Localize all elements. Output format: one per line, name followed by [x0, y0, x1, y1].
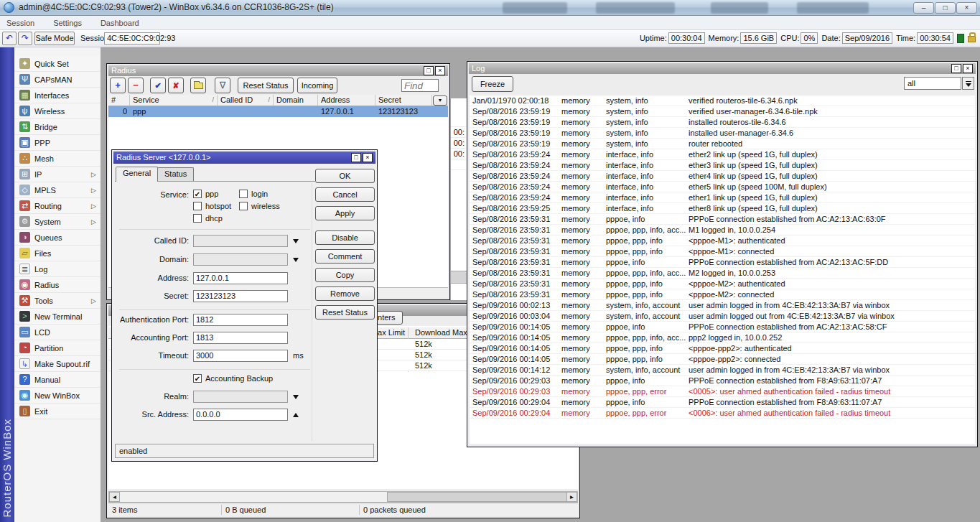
log-row[interactable]: Sep/08/2016 23:59:19memorysystem, infove…: [470, 106, 975, 117]
sidebar-item-interfaces[interactable]: ▦Interfaces: [14, 88, 101, 103]
radius-close-icon[interactable]: ×: [435, 66, 445, 75]
freeze-button[interactable]: Freeze: [472, 76, 513, 92]
queue-horizontal-scrollbar[interactable]: ◄ ►: [108, 491, 578, 503]
log-maximize-icon[interactable]: □: [951, 64, 961, 73]
log-row[interactable]: Sep/08/2016 23:59:31memorypppoe, ppp, in…: [470, 246, 975, 257]
sidebar-item-mesh[interactable]: ∴Mesh: [14, 151, 101, 167]
filter-funnel-button[interactable]: ∇: [215, 78, 230, 93]
radius-window-titlebar[interactable]: Radius □ ×: [108, 65, 448, 76]
column-header-secret[interactable]: Secret: [375, 95, 432, 106]
timeout-input[interactable]: 3000: [193, 350, 288, 362]
sidebar-item-radius[interactable]: ◉Radius: [14, 277, 101, 293]
find-input[interactable]: [401, 79, 439, 92]
background-window-row[interactable]: [451, 159, 466, 170]
domain-combo[interactable]: [193, 253, 288, 266]
auth-port-input[interactable]: 1812: [193, 314, 288, 326]
log-filter-select[interactable]: all: [904, 77, 961, 90]
sidebar-item-lcd[interactable]: ▭LCD: [14, 325, 101, 340]
sidebar-item-capsman[interactable]: ΨCAPsMAN: [14, 72, 101, 88]
called-id-combo[interactable]: [193, 235, 288, 247]
maximize-button[interactable]: □: [935, 2, 956, 14]
sidebar-item-log[interactable]: ≣Log: [14, 261, 101, 277]
log-window-titlebar[interactable]: Log □ ×: [469, 63, 976, 74]
add-button[interactable]: +: [110, 78, 126, 93]
undo-button[interactable]: ↶: [2, 32, 17, 45]
log-row[interactable]: Sep/09/2016 00:03:04memorysystem, info, …: [470, 311, 975, 322]
log-row[interactable]: Sep/09/2016 00:29:04memorypppoe, infoPPP…: [470, 397, 975, 408]
log-row[interactable]: Sep/09/2016 00:29:04memorypppoe, ppp, er…: [470, 408, 975, 419]
menu-session[interactable]: Session: [6, 19, 34, 27]
cancel-button[interactable]: Cancel: [315, 187, 375, 202]
acct-port-input[interactable]: 1813: [193, 332, 288, 344]
comment-button[interactable]: [190, 78, 206, 93]
background-window-row[interactable]: [451, 116, 466, 127]
hotspot-checkbox[interactable]: [193, 202, 202, 210]
tab-status[interactable]: Status: [157, 167, 194, 181]
login-checkbox[interactable]: [239, 190, 248, 198]
realm-dropdown-icon[interactable]: [293, 395, 299, 399]
log-row[interactable]: Sep/09/2016 00:14:05memorypppoe, infoPPP…: [470, 322, 975, 332]
log-row[interactable]: Sep/09/2016 00:29:03memorypppoe, infoPPP…: [470, 376, 975, 386]
ppp-checkbox[interactable]: ✔: [193, 190, 202, 198]
column-header-called-id[interactable]: Called ID/: [218, 95, 274, 106]
sidebar-item-queues[interactable]: ◑Queues: [14, 230, 101, 246]
remove-button[interactable]: Remove: [315, 286, 375, 301]
src-address-up-icon[interactable]: [293, 413, 299, 417]
sidebar-item-bridge[interactable]: ⇅Bridge: [14, 119, 101, 135]
log-row[interactable]: Sep/08/2016 23:59:24memoryinterface, inf…: [470, 171, 975, 182]
sidebar-item-quick-set[interactable]: ✦Quick Set: [14, 56, 101, 72]
enable-button[interactable]: ✔: [150, 78, 166, 93]
background-window-row[interactable]: 00:: [451, 138, 466, 149]
reset-status-button[interactable]: Reset Status: [315, 305, 375, 320]
dialog-maximize-icon[interactable]: □: [351, 153, 361, 162]
column-select-arrow[interactable]: ▼: [433, 95, 447, 106]
sidebar-item-routing[interactable]: ⇄Routing▷: [14, 198, 101, 214]
log-row[interactable]: Sep/09/2016 00:14:12memorysystem, info, …: [470, 365, 975, 376]
log-row[interactable]: Sep/08/2016 23:59:31memorypppoe, ppp, in…: [470, 225, 975, 236]
log-row[interactable]: Sep/08/2016 23:59:19memorysystem, infoin…: [470, 117, 975, 128]
sidebar-item-new-terminal[interactable]: >New Terminal: [14, 309, 101, 325]
scroll-right-arrow[interactable]: ►: [566, 492, 577, 502]
dialog-titlebar[interactable]: Radius Server <127.0.0.1> □ ×: [113, 152, 375, 164]
column-header-address[interactable]: Address: [318, 95, 375, 106]
minimize-button[interactable]: –: [913, 2, 934, 14]
log-row[interactable]: Sep/08/2016 23:59:31memorypppoe, ppp, in…: [470, 236, 975, 246]
copy-button[interactable]: Copy: [315, 268, 375, 282]
redo-button[interactable]: ↷: [18, 32, 32, 45]
dhcp-checkbox[interactable]: [193, 214, 202, 223]
session-value[interactable]: 4C:5E:0C:C9:02:93: [104, 32, 160, 45]
disable-button[interactable]: ✘: [168, 78, 184, 93]
log-row[interactable]: Sep/08/2016 23:59:24memoryinterface, inf…: [470, 160, 975, 171]
log-row[interactable]: Sep/08/2016 23:59:31memorypppoe, infoPPP…: [470, 214, 975, 225]
radius-table-header[interactable]: #Service/Called ID/DomainAddressSecret: [108, 95, 448, 106]
log-row[interactable]: Sep/08/2016 23:59:19memorysystem, inforo…: [470, 139, 975, 149]
log-row[interactable]: Jan/01/1970 02:00:18memorysystem, infove…: [470, 95, 975, 106]
filter-dropdown-button[interactable]: [962, 77, 974, 90]
background-window-row[interactable]: 00:: [451, 127, 466, 138]
menu-settings[interactable]: Settings: [53, 19, 82, 27]
sidebar-item-system[interactable]: ⚙System▷: [14, 214, 101, 230]
sidebar-item-new-winbox[interactable]: ◉New WinBox: [14, 388, 101, 404]
log-row[interactable]: Sep/09/2016 00:29:03memorypppoe, ppp, er…: [470, 386, 975, 397]
tab-general[interactable]: General: [116, 167, 158, 182]
radius-maximize-icon[interactable]: □: [424, 66, 434, 75]
log-row[interactable]: Sep/08/2016 23:59:24memoryinterface, inf…: [470, 182, 975, 192]
sidebar-item-ip[interactable]: ⊞IP▷: [14, 167, 101, 182]
sidebar-item-files[interactable]: ▱Files: [14, 246, 101, 261]
log-row[interactable]: Sep/08/2016 23:59:24memoryinterface, inf…: [470, 192, 975, 203]
column-header--[interactable]: #: [108, 95, 130, 106]
log-row[interactable]: Sep/08/2016 23:59:31memorypppoe, ppp, in…: [470, 279, 975, 289]
safe-mode-button[interactable]: Safe Mode: [34, 32, 75, 45]
close-button[interactable]: ×: [956, 2, 977, 14]
log-row[interactable]: Sep/08/2016 23:59:25memoryinterface, inf…: [470, 203, 975, 214]
log-row[interactable]: Sep/08/2016 23:59:31memorypppoe, ppp, in…: [470, 289, 975, 300]
log-row[interactable]: Sep/08/2016 23:59:31memorypppoe, infoPPP…: [470, 257, 975, 268]
log-row[interactable]: Sep/09/2016 00:02:13memorysystem, info, …: [470, 300, 975, 311]
log-row[interactable]: Sep/08/2016 23:59:31memorypppoe, ppp, in…: [470, 268, 975, 279]
sidebar-item-tools[interactable]: ⚒Tools▷: [14, 293, 101, 309]
remove-entry-button[interactable]: −: [128, 78, 144, 93]
disable-button[interactable]: Disable: [315, 230, 375, 245]
sidebar-item-partition[interactable]: ◔Partition: [14, 340, 101, 356]
src-address-input[interactable]: 0.0.0.0: [193, 409, 288, 421]
scroll-left-arrow[interactable]: ◄: [109, 492, 120, 502]
